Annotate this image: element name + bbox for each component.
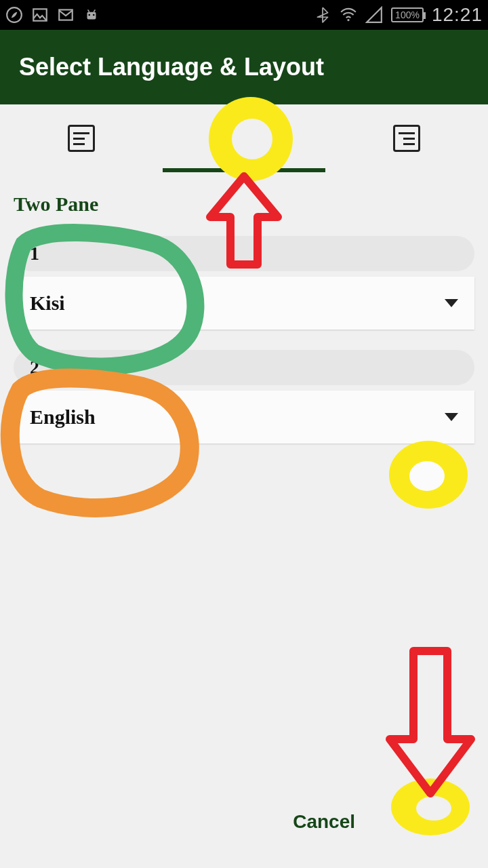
layout-tabs [0, 104, 488, 172]
svg-line-7 [94, 9, 95, 12]
svg-point-12 [409, 461, 445, 491]
layout-right-icon [393, 125, 420, 152]
pane-1-language-dropdown[interactable]: Kisi [14, 277, 474, 330]
battery-text: 100% [395, 9, 420, 20]
tab-layout-list[interactable] [0, 104, 163, 172]
image-icon [31, 6, 49, 24]
pane-2-label: 2 [14, 350, 474, 385]
svg-point-8 [347, 19, 349, 21]
battery-icon: 100% [391, 7, 424, 22]
tab-layout-two-pane[interactable] [163, 104, 325, 172]
pane-2-group: 2 English [14, 350, 474, 443]
section-title: Two Pane [14, 193, 474, 216]
status-bar: 100% 12:21 [0, 0, 488, 30]
svg-point-5 [93, 14, 95, 16]
gmail-icon [57, 6, 75, 24]
layout-two-pane-icon [230, 125, 258, 152]
clock: 12:21 [432, 4, 483, 26]
dialog-footer: Cancel OK [281, 803, 461, 841]
svg-line-6 [88, 9, 89, 12]
page-title: Select Language & Layout [19, 53, 324, 81]
status-bar-left [5, 6, 100, 24]
svg-point-4 [88, 14, 90, 16]
pane-1-group: 1 Kisi [14, 236, 474, 330]
pane-1-value: Kisi [30, 292, 65, 315]
wifi-icon [340, 6, 357, 24]
tab-layout-right[interactable] [325, 104, 488, 172]
phoenix-icon [5, 6, 23, 24]
app-bar: Select Language & Layout [0, 30, 488, 104]
chevron-down-icon [445, 413, 458, 421]
svg-point-11 [389, 441, 468, 509]
layout-list-icon [68, 125, 95, 152]
svg-rect-3 [87, 12, 96, 20]
pane-2-language-dropdown[interactable]: English [14, 391, 474, 443]
content: Two Pane 1 Kisi 2 English [0, 172, 488, 443]
ok-button[interactable]: OK [408, 803, 461, 841]
android-icon [83, 6, 100, 24]
signal-icon [365, 6, 383, 24]
status-bar-right: 100% 12:21 [314, 4, 483, 26]
pane-2-value: English [30, 406, 96, 429]
cancel-button[interactable]: Cancel [281, 803, 367, 841]
chevron-down-icon [445, 299, 458, 307]
bluetooth-icon [314, 6, 331, 24]
pane-1-label: 1 [14, 236, 474, 271]
